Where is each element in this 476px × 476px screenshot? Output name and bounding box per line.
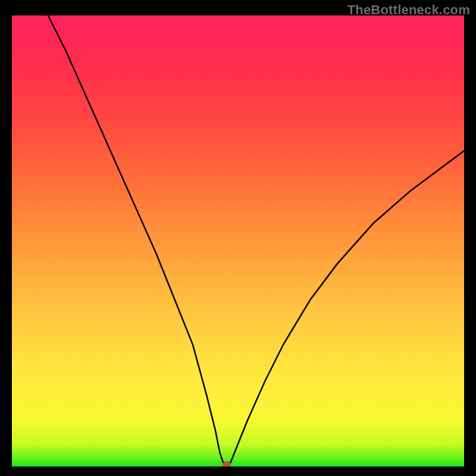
- minimum-marker: [223, 461, 231, 466]
- curve-path: [48, 15, 464, 466]
- bottleneck-curve: [12, 15, 464, 466]
- plot-area: [12, 15, 464, 466]
- chart-frame: TheBottleneck.com: [0, 0, 476, 476]
